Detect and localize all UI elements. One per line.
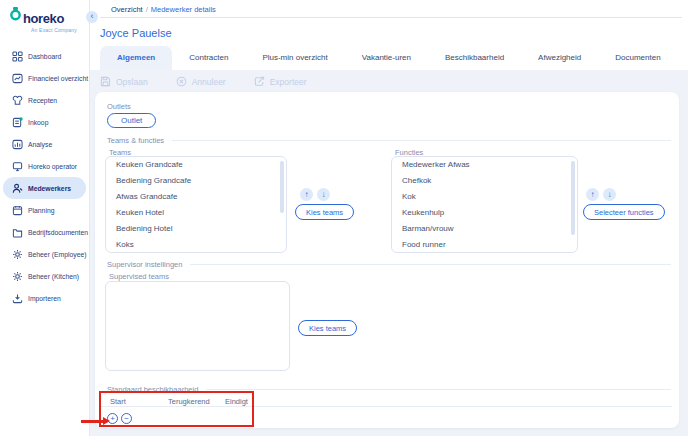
functie-list-item[interactable]: Medewerker Afwas: [392, 157, 577, 173]
sidebar-item-analyse[interactable]: Analyse: [3, 133, 86, 155]
team-list-item[interactable]: Koks: [106, 237, 286, 253]
sidebar-item-label: Recepten: [28, 97, 57, 104]
sidebar-item-label: Bedrijfsdocumenten: [28, 229, 88, 236]
sidebar-item-label: Beheer (Employee): [28, 251, 87, 258]
sidebar-item-inkoop[interactable]: Inkoop: [3, 111, 86, 133]
gear-icon: [11, 248, 23, 260]
sidebar-item-label: Analyse: [28, 141, 52, 148]
employee-general-card: Outlets Outlet Teams & functies Teams Ke…: [95, 92, 679, 428]
team-list-item[interactable]: Bediening Grandcafe: [106, 173, 286, 189]
arrow-down-icon: ↓: [322, 190, 326, 199]
header-divider: [100, 17, 682, 18]
functies-scrollbar[interactable]: [571, 161, 575, 235]
arrow-up-icon: ↑: [305, 190, 309, 199]
supervisor-section-label: Supervisor instellingen: [107, 260, 182, 269]
sidebar-item-label: Medewerkers: [28, 185, 71, 192]
plus-icon: +: [110, 414, 115, 423]
sidebar-item-recepten[interactable]: Recepten: [3, 89, 86, 111]
selecteer-functies-button[interactable]: Selecteer functies: [583, 204, 665, 220]
breadcrumb: Overzicht/Medewerker details: [111, 5, 216, 14]
breadcrumb-separator: /: [146, 5, 148, 14]
dashboard-icon: [11, 50, 23, 62]
tab-algemeen[interactable]: Algemeen: [100, 46, 172, 70]
column-header-terugkerend: Terugkerend: [168, 397, 210, 406]
tab-contracten[interactable]: Contracten: [172, 46, 245, 70]
sidebar-item-label: Inkoop: [28, 119, 48, 126]
tab-beschikbaarheid[interactable]: Beschikbaarheid: [428, 46, 521, 70]
column-header-eindigt: Eindigt: [225, 397, 248, 406]
teams-functies-section-header: Teams & functies: [107, 136, 671, 145]
team-list-item[interactable]: Bediening Hotel: [106, 221, 286, 237]
save-button[interactable]: Opslaan: [100, 76, 148, 87]
column-header-start: Start: [110, 397, 126, 406]
teams-move-up-button[interactable]: ↑: [300, 188, 313, 201]
sidebar-item-financieel-overzicht[interactable]: Financieel overzicht: [3, 67, 86, 89]
supervised-teams-listbox[interactable]: [105, 281, 290, 371]
brand-subtitle: An Exact Company: [31, 27, 89, 33]
operator-icon: [11, 160, 23, 172]
employees-icon: [11, 182, 23, 194]
functies-move-up-button[interactable]: ↑: [586, 188, 599, 201]
team-list-item[interactable]: Keuken Hotel: [106, 205, 286, 221]
sidebar-item-medewerkers[interactable]: Medewerkers: [3, 177, 86, 199]
functie-list-item[interactable]: Food runner: [392, 237, 577, 253]
chevron-left-icon: ‹: [91, 11, 94, 21]
sidebar-nav: Dashboard Financieel overzicht Recepten …: [0, 45, 89, 309]
team-list-item[interactable]: Keuken Grandcafe: [106, 157, 286, 173]
sidebar: horeko An Exact Company Dashboard Financ…: [0, 0, 90, 436]
kies-teams-button[interactable]: Kies teams: [295, 204, 354, 220]
recipes-icon: [11, 94, 23, 106]
sidebar-item-planning[interactable]: Planning: [3, 199, 86, 221]
cancel-button[interactable]: Annuleer: [176, 76, 226, 87]
teams-functies-section-label: Teams & functies: [107, 136, 164, 145]
supervisor-kies-teams-button[interactable]: Kies teams: [298, 320, 357, 336]
outlet-chip[interactable]: Outlet: [107, 113, 156, 128]
section-divider: [190, 264, 671, 265]
analysis-icon: [11, 138, 23, 150]
tab-afwezigheid[interactable]: Afwezigheid: [521, 46, 598, 70]
finance-icon: [11, 72, 23, 84]
sidebar-item-importeren[interactable]: Importeren: [3, 287, 86, 309]
breadcrumb-parent[interactable]: Overzicht: [111, 5, 143, 14]
minus-icon: −: [124, 414, 129, 423]
sidebar-item-horeko-operator[interactable]: Horeko operator: [3, 155, 86, 177]
teams-scrollbar[interactable]: [280, 161, 284, 213]
beschikbaarheid-section-label: Standaard beschikbaarheid: [107, 385, 198, 394]
app-logo: horeko An Exact Company: [0, 0, 89, 33]
sidebar-collapse-button[interactable]: ‹: [86, 11, 98, 23]
page-title: Joyce Pauelse: [100, 27, 172, 39]
sidebar-item-beheer-employee[interactable]: Beheer (Employee): [3, 243, 86, 265]
planning-icon: [11, 204, 23, 216]
brand-name: horeko: [23, 12, 64, 25]
section-divider: [172, 140, 671, 141]
export-button-label: Exporteer: [270, 77, 307, 87]
functie-list-item[interactable]: Barman/vrouw: [392, 221, 577, 237]
supervised-teams-label: Supervised teams: [109, 272, 169, 281]
functie-list-item[interactable]: Chefkok: [392, 173, 577, 189]
add-availability-button[interactable]: +: [107, 413, 118, 424]
cancel-icon: [176, 76, 187, 87]
export-icon: [254, 76, 265, 87]
teams-listbox: Keuken Grandcafe Bediening Grandcafe Afw…: [105, 156, 287, 253]
sidebar-item-dashboard[interactable]: Dashboard: [3, 45, 86, 67]
remove-availability-button[interactable]: −: [121, 413, 132, 424]
sidebar-item-beheer-kitchen[interactable]: Beheer (Kitchen): [3, 265, 86, 287]
export-button[interactable]: Exporteer: [254, 76, 307, 87]
functies-move-down-button[interactable]: ↓: [603, 188, 616, 201]
company-documents-icon: [11, 226, 23, 238]
team-list-item[interactable]: Afwas Grandcafe: [106, 189, 286, 205]
sidebar-item-label: Dashboard: [28, 53, 61, 60]
arrow-down-icon: ↓: [608, 190, 612, 199]
functie-list-item[interactable]: Kok: [392, 189, 577, 205]
sidebar-item-label: Beheer (Kitchen): [28, 273, 79, 280]
tab-plus-min-overzicht[interactable]: Plus-min overzicht: [245, 46, 344, 70]
supervisor-section-header: Supervisor instellingen: [107, 260, 671, 269]
teams-move-down-button[interactable]: ↓: [317, 188, 330, 201]
tab-documenten[interactable]: Documenten: [598, 46, 677, 70]
functie-list-item[interactable]: Keukenhulp: [392, 205, 577, 221]
app-window: horeko An Exact Company Dashboard Financ…: [0, 0, 688, 436]
sidebar-item-label: Importeren: [28, 295, 61, 302]
save-button-label: Opslaan: [116, 77, 148, 87]
tab-vakantie-uren[interactable]: Vakantie-uren: [345, 46, 428, 70]
sidebar-item-bedrijfsdocumenten[interactable]: Bedrijfsdocumenten: [3, 221, 86, 243]
